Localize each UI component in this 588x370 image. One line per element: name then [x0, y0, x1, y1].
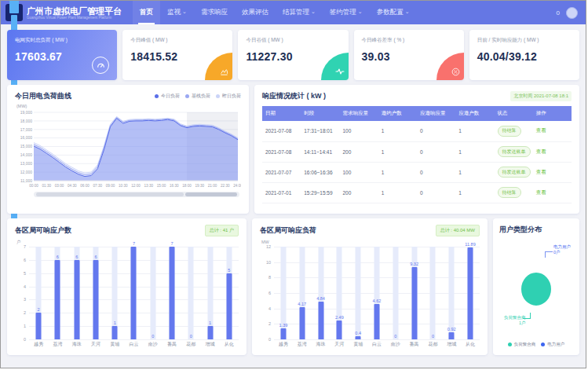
- bar-column-花都[interactable]: 0: [424, 247, 443, 339]
- legend-item[interactable]: 昨日负荷: [216, 93, 241, 100]
- nav-item-settlement[interactable]: 结算管理⌄: [276, 1, 323, 24]
- bar-column-荔湾[interactable]: 6: [48, 247, 67, 339]
- category-label: 黄埔: [349, 341, 367, 348]
- bar-value-label: 9.32: [403, 262, 426, 266]
- nav-item-contract[interactable]: 签约管理⌄: [323, 1, 370, 24]
- svg-text:22:30: 22:30: [221, 184, 230, 188]
- bar-column-天河[interactable]: 2.49: [330, 247, 349, 339]
- households-chart: 户 76543210 26661707015: [15, 247, 239, 339]
- bar-column-越秀[interactable]: 2: [29, 247, 48, 339]
- table-cell-action: 查看: [533, 162, 572, 182]
- bar-value-label: 11.89: [458, 242, 482, 247]
- table-cell: 100: [340, 121, 378, 141]
- bar-value-label: 0.4: [346, 331, 370, 335]
- y-axis-tick: 12: [266, 244, 271, 249]
- y-axis-tick: 5: [24, 271, 26, 276]
- table-col-header: 应邀响应量: [417, 106, 455, 121]
- svg-text:21:00: 21:00: [208, 184, 217, 188]
- nav-item-label: 监视: [167, 8, 181, 17]
- bar-column-越秀[interactable]: 1.39: [274, 247, 293, 339]
- bar-column-黄埔[interactable]: 0.4: [349, 247, 367, 339]
- bar-column-南沙[interactable]: 0: [144, 247, 163, 339]
- legend-item[interactable]: 基线负荷: [185, 93, 210, 100]
- user-type-card: 用户类型分布 电力用户 0户 负荷聚合商 1户 负荷聚合商电力用户: [493, 218, 579, 355]
- category-label: 花都: [181, 341, 200, 348]
- kpi-label: 今日峰值 ( MW ): [130, 37, 225, 44]
- svg-text:18:00: 18:00: [182, 184, 192, 188]
- view-link[interactable]: 查看: [536, 169, 546, 174]
- status-badge: 待结算: [498, 187, 521, 198]
- category-label: 花都: [424, 341, 443, 348]
- brand: 广州市虚拟电厂管理平台 Guangzhou Virtual Power Plan…: [27, 6, 122, 20]
- y-axis-tick: 6: [268, 291, 271, 295]
- table-col-header: 操作: [533, 106, 572, 121]
- bar-column-荔湾[interactable]: 4.17: [293, 247, 312, 339]
- svg-text:04:30: 04:30: [68, 184, 77, 188]
- table-cell: 2021-07-01: [262, 182, 301, 203]
- legend-item[interactable]: 负荷聚合商: [508, 342, 536, 347]
- dashboard-content: 电网实时总负荷 ( MW )17603.67今日峰值 ( MW )18415.5…: [1, 24, 586, 361]
- kpi-card-4: 日前 / 实时响应能力 ( MW )40.04/39.12: [469, 30, 579, 80]
- bar: [36, 313, 42, 339]
- bar-column-从化[interactable]: 11.89: [461, 247, 480, 339]
- district-load-total-badge: 总计 : 40.04 MW: [436, 225, 480, 236]
- gridline: [274, 339, 480, 340]
- bar: [411, 267, 417, 339]
- bar-column-海珠[interactable]: 4.84: [312, 247, 331, 339]
- svg-text:07:30: 07:30: [93, 184, 103, 188]
- table-col-header: 日期: [262, 106, 301, 121]
- chart-zoom-slider[interactable]: [34, 192, 239, 197]
- bar-column-黄埔[interactable]: 1: [105, 247, 124, 339]
- bar-column-天河[interactable]: 6: [86, 247, 105, 339]
- category-label: 增城: [442, 341, 461, 348]
- bar-track: [150, 247, 155, 339]
- category-label: 黄埔: [105, 341, 124, 348]
- bar-column-白云[interactable]: 4.62: [367, 247, 386, 339]
- bar: [449, 332, 455, 339]
- bar-track: [430, 247, 436, 339]
- svg-text:00:00: 00:00: [29, 184, 38, 188]
- user-type-chart: 电力用户 0户 负荷聚合商 1户: [499, 235, 573, 339]
- view-link[interactable]: 查看: [536, 148, 546, 154]
- nav-item-monitor[interactable]: 监视⌄: [160, 1, 194, 24]
- bar-column-海珠[interactable]: 6: [68, 247, 86, 339]
- nav-item-demand-response[interactable]: 需求响应: [194, 1, 235, 24]
- bar-column-南沙[interactable]: 0: [386, 247, 405, 339]
- bar-column-花都[interactable]: 0: [181, 247, 200, 339]
- table-cell: 1: [378, 162, 417, 182]
- nav-right: 0: [557, 7, 578, 19]
- svg-text:19,000: 19,000: [20, 110, 33, 115]
- legend-item[interactable]: 今日负荷: [155, 93, 180, 100]
- mid-row: 今日用电负荷曲线 今日负荷基线负荷昨日负荷 (MW) 19,00018,0001…: [7, 85, 579, 214]
- app-title: 广州市虚拟电厂管理平台: [27, 6, 122, 16]
- kpi-value: 11227.30: [246, 50, 340, 63]
- bar-value-label: 2.49: [327, 315, 351, 320]
- table-cell: 17:31~18:01: [301, 121, 339, 141]
- user-type-title: 用户类型分布: [499, 225, 573, 235]
- table-cell: 2021-07-07: [262, 162, 301, 182]
- nav-item-parameters[interactable]: 参数配置⌄: [370, 1, 417, 24]
- bar-column-番禺[interactable]: 7: [163, 247, 181, 339]
- category-label: 天河: [86, 341, 105, 348]
- nav-item-home[interactable]: 首页: [133, 1, 160, 24]
- nav-item-label: 参数配置: [377, 8, 404, 17]
- category-label: 荔湾: [48, 341, 67, 348]
- bar-value-label: 7: [122, 241, 145, 246]
- legend-dot: [508, 343, 512, 346]
- notification-badge[interactable]: 0: [557, 9, 560, 16]
- bar-value-label: 0: [421, 334, 444, 339]
- table-cell: 1: [455, 141, 494, 162]
- donut-ring: [521, 273, 551, 306]
- user-avatar[interactable]: [566, 7, 578, 19]
- bar-column-增城[interactable]: 1: [200, 247, 219, 339]
- view-link[interactable]: 查看: [536, 189, 546, 195]
- bar-column-从化[interactable]: 5: [220, 247, 239, 339]
- category-label: 南沙: [386, 341, 405, 348]
- nav-item-effect-evaluation[interactable]: 效果评估: [235, 1, 276, 24]
- view-link[interactable]: 查看: [536, 127, 546, 133]
- bar-column-增城[interactable]: 0.92: [442, 247, 461, 339]
- legend-item[interactable]: 电力用户: [541, 342, 564, 347]
- bar-column-白云[interactable]: 7: [124, 247, 143, 339]
- bar-column-番禺[interactable]: 9.32: [405, 247, 424, 339]
- bar-value-label: 4.17: [290, 302, 314, 306]
